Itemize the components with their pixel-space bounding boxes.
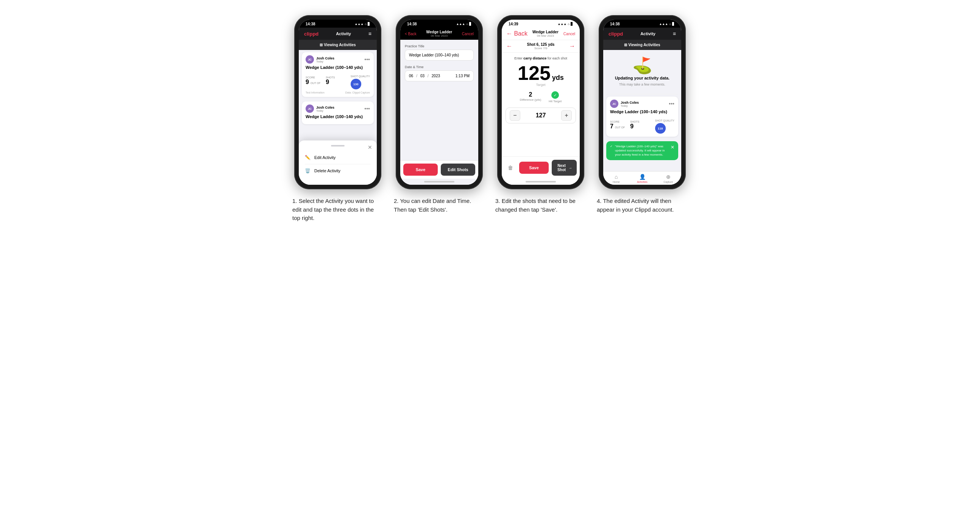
card-header-2: JC Josh Coles Today •••	[305, 105, 370, 113]
phone-col-3: 14:39 ▲▲▲ ⌂ ▊ ← Back Wedge Ladder 06 Mar…	[495, 15, 586, 214]
battery-2: ▊	[469, 22, 471, 26]
signal-3: ▲▲▲	[557, 22, 566, 26]
number-input-row[interactable]: − 127 +	[506, 108, 576, 124]
dots-btn-1[interactable]: •••	[364, 56, 370, 62]
menu-icon-1[interactable]: ≡	[368, 31, 371, 37]
card-data-1: Data: Clippd Capture	[345, 91, 370, 94]
status-icons-3: ▲▲▲ ⌂ ▊	[557, 22, 573, 26]
save-btn-2[interactable]: Save	[403, 163, 438, 176]
quality-badge-1: 130	[351, 79, 361, 89]
menu-icon-4[interactable]: ≡	[673, 31, 676, 37]
day-part: 06	[409, 74, 413, 78]
dots-btn-4[interactable]: •••	[669, 101, 675, 107]
tab-bar-4: ⌂ Home 👤 Activities ⊕ Capture	[603, 171, 681, 185]
shot-header-info: ← Shot 6, 125 yds Score 7/9 →	[502, 40, 580, 52]
status-icons-2: ▲▲▲ ⌂ ▊	[456, 22, 471, 26]
practice-title-input[interactable]: Wedge Ladder (100–140 yds)	[405, 49, 474, 60]
stat-value-score-4: 7	[610, 123, 613, 130]
user-info-4: JC Josh Coles Today	[610, 100, 639, 108]
increase-btn[interactable]: +	[561, 110, 572, 121]
success-toast: ✓ "Wedge Ladder (100–140 yds)" was updat…	[606, 141, 678, 160]
status-bar-4: 14:38 ▲▲▲ ⌂ ▊	[603, 20, 681, 28]
toast-text: "Wedge Ladder (100–140 yds)" was updated…	[615, 144, 671, 157]
card-info-1: Test Information	[305, 91, 325, 94]
card-header-4: JC Josh Coles Today •••	[610, 100, 675, 108]
context-menu-close[interactable]: ✕	[368, 144, 372, 150]
user-name-1: Josh Coles	[316, 56, 334, 60]
notch-4	[631, 20, 654, 25]
app-nav-4: clippd Activity ≡	[603, 28, 681, 40]
caption-4: 4. The edited Activity will then appear …	[597, 197, 688, 214]
user-date-1: Today	[316, 60, 334, 63]
edit-shots-btn[interactable]: Edit Shots	[441, 163, 475, 176]
spacer-4	[603, 162, 681, 171]
difference-label: Difference (yds)	[520, 98, 541, 102]
time-2: 14:38	[407, 22, 417, 26]
cancel-btn-2[interactable]: Cancel	[462, 32, 474, 36]
phones-row: 14:38 ▲▲▲ ⌂ ▊ clippd Activity ≡ ⊞ Vi	[292, 15, 688, 222]
tab-activities[interactable]: 👤 Activities	[629, 174, 655, 183]
check-icon: ✓	[610, 144, 612, 148]
delete-icon: 🗑️	[305, 168, 310, 173]
wifi-4: ⌂	[669, 22, 671, 26]
tab-capture[interactable]: ⊕ Capture	[655, 174, 681, 183]
shot-cancel-btn[interactable]: Cancel	[563, 32, 575, 36]
activity-card-1: JC Josh Coles Today ••• Wedge Ladder (10…	[302, 52, 374, 97]
nav-title-4: Activity	[640, 32, 655, 36]
tab-home[interactable]: ⌂ Home	[603, 174, 629, 183]
shot-back-btn[interactable]: ← Back	[506, 30, 528, 37]
context-edit-item[interactable]: ✏️ Edit Activity	[305, 151, 371, 164]
signal-2: ▲▲▲	[456, 22, 465, 26]
home-bar-3	[526, 181, 556, 183]
next-shot-arrow[interactable]: →	[569, 43, 575, 49]
activity-card-4: JC Josh Coles Today ••• Wedge Ladder (10…	[606, 97, 678, 137]
prev-shot-arrow[interactable]: ←	[506, 43, 512, 49]
save-shot-btn[interactable]: Save	[519, 162, 549, 174]
month-part: 03	[420, 74, 425, 78]
phone-col-1: 14:38 ▲▲▲ ⌂ ▊ clippd Activity ≡ ⊞ Vi	[292, 15, 383, 222]
toast-content: ✓ "Wedge Ladder (100–140 yds)" was updat…	[610, 144, 671, 157]
toast-close-btn[interactable]: ✕	[671, 144, 675, 151]
nav-title-1: Activity	[336, 32, 351, 36]
notch-2	[428, 20, 450, 25]
home-tab-icon: ⌂	[614, 174, 617, 180]
distance-num: 125	[518, 63, 550, 83]
phone-1: 14:38 ▲▲▲ ⌂ ▊ clippd Activity ≡ ⊞ Vi	[294, 15, 381, 189]
dots-btn-2[interactable]: •••	[364, 106, 370, 112]
shot-score: Score 7/9	[527, 46, 555, 50]
avatar-4: JC	[610, 100, 618, 108]
viewing-header-text-4: ⊞ Viewing Activities	[624, 43, 660, 47]
quality-group-4: Shot Quality 118	[655, 116, 675, 133]
viewing-header-4: ⊞ Viewing Activities	[603, 40, 681, 50]
phone-4: 14:38 ▲▲▲ ⌂ ▊ clippd Activity ≡ ⊞ Vi	[599, 15, 686, 189]
phone-3-inner: 14:39 ▲▲▲ ⌂ ▊ ← Back Wedge Ladder 06 Mar…	[502, 20, 580, 185]
out-of-4: OUT OF	[615, 126, 625, 129]
back-btn-2[interactable]: < Back	[405, 32, 417, 36]
stat-label-score-1: Score	[305, 76, 321, 79]
user-name-date-2: Josh Coles Today	[316, 106, 334, 112]
activities-tab-label: Activities	[637, 181, 648, 183]
context-delete-item[interactable]: 🗑️ Delete Activity	[305, 164, 371, 177]
phone-2-inner: 14:38 ▲▲▲ ⌂ ▊ < Back Wedge Ladder 06 Mar…	[400, 20, 478, 185]
decrease-btn[interactable]: −	[510, 110, 520, 121]
divider-4	[606, 94, 678, 94]
delete-activity-label: Delete Activity	[314, 168, 340, 173]
avatar-2: JC	[305, 105, 314, 113]
status-icons-4: ▲▲▲ ⌂ ▊	[659, 22, 675, 26]
notch-1	[326, 20, 349, 25]
stat-group-score-1: Score 9 OUT OF	[305, 76, 321, 86]
out-of-1: OUT OF	[310, 82, 320, 84]
delete-shot-btn[interactable]: 🗑	[505, 162, 516, 174]
next-shot-btn[interactable]: Next Shot →	[552, 160, 577, 176]
card-stats-4: Score 7 OUT OF Shots 9 Shot Quality	[610, 116, 675, 133]
shot-title-sub: 06 Mar 2023	[532, 34, 558, 38]
date-time-row[interactable]: 06 / 03 / 2023 1:13 PM	[405, 70, 474, 81]
card-footer-1: Test Information Data: Clippd Capture	[305, 91, 370, 94]
big-distance-display: 125 yds	[518, 63, 564, 83]
wifi-icon-1: ⌂	[365, 22, 367, 26]
datetime-label: Date & Time	[405, 65, 474, 69]
home-indicator-2	[400, 179, 478, 185]
card-title-1: Wedge Ladder (100–140 yds)	[305, 65, 370, 70]
year-part: 2023	[432, 74, 440, 78]
status-bar-2: 14:38 ▲▲▲ ⌂ ▊	[400, 20, 478, 28]
